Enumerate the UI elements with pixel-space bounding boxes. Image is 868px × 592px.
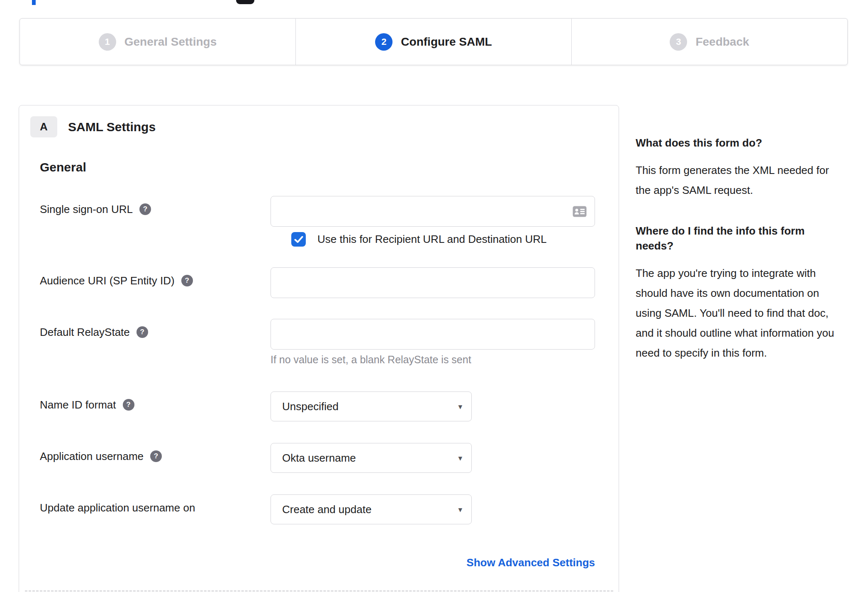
sso-url-label-wrap: Single sign-on URL ? bbox=[40, 196, 271, 216]
sidebar-body-what: This form generates the XML needed for t… bbox=[636, 160, 845, 200]
wizard-stepper: 1 General Settings 2 Configure SAML 3 Fe… bbox=[20, 18, 848, 65]
step-general-settings[interactable]: 1 General Settings bbox=[20, 19, 295, 65]
checkmark-icon bbox=[294, 236, 303, 243]
relaystate-hint: If no value is set, a blank RelayState i… bbox=[271, 354, 471, 366]
step-feedback[interactable]: 3 Feedback bbox=[571, 19, 847, 65]
step-2-number: 2 bbox=[381, 37, 386, 47]
step-3-number: 3 bbox=[676, 37, 681, 47]
panel-header: A SAML Settings bbox=[30, 116, 156, 137]
caret-down-icon: ▾ bbox=[458, 506, 462, 514]
relaystate-label: Default RelayState bbox=[40, 325, 130, 339]
update-username-row: Update application username on Create an… bbox=[40, 494, 472, 524]
sso-url-row: Single sign-on URL ? bbox=[40, 196, 595, 227]
help-sidebar: What does this form do? This form genera… bbox=[636, 135, 845, 386]
application-username-label-wrap: Application username ? bbox=[40, 443, 271, 463]
caret-down-icon: ▾ bbox=[458, 454, 462, 462]
help-icon[interactable]: ? bbox=[139, 203, 151, 215]
relaystate-label-wrap: Default RelayState ? bbox=[40, 319, 271, 339]
caret-down-icon: ▾ bbox=[458, 403, 462, 411]
contact-card-icon[interactable] bbox=[573, 206, 587, 217]
name-id-format-select[interactable]: Unspecified ▾ bbox=[271, 391, 472, 421]
application-username-row: Application username ? Okta username ▾ bbox=[40, 443, 472, 473]
step-3-label: Feedback bbox=[695, 35, 749, 49]
section-divider bbox=[25, 590, 613, 592]
recipient-url-checkbox-row: Use this for Recipient URL and Destinati… bbox=[291, 232, 547, 247]
general-group-heading: General bbox=[40, 160, 86, 174]
step-1-circle: 1 bbox=[99, 33, 116, 51]
recipient-url-checkbox-label: Use this for Recipient URL and Destinati… bbox=[317, 233, 547, 246]
step-2-label: Configure SAML bbox=[401, 35, 492, 49]
name-id-format-row: Name ID format ? Unspecified ▾ bbox=[40, 391, 472, 421]
update-username-label-wrap: Update application username on bbox=[40, 494, 271, 515]
sidebar-body-where: The app you're trying to integrate with … bbox=[636, 263, 845, 363]
step-3-circle: 3 bbox=[670, 33, 687, 51]
step-2-circle: 2 bbox=[375, 33, 393, 51]
audience-uri-input[interactable] bbox=[271, 267, 595, 298]
application-username-value: Okta username bbox=[282, 452, 356, 465]
update-username-label: Update application username on bbox=[40, 501, 195, 515]
update-username-value: Create and update bbox=[282, 503, 371, 516]
saml-settings-panel: A SAML Settings General Single sign-on U… bbox=[19, 105, 619, 592]
relaystate-row: Default RelayState ? bbox=[40, 319, 595, 350]
cropped-header-element bbox=[32, 0, 36, 5]
help-icon[interactable]: ? bbox=[181, 275, 193, 286]
update-username-select[interactable]: Create and update ▾ bbox=[271, 494, 472, 524]
help-icon[interactable]: ? bbox=[150, 450, 162, 462]
step-configure-saml[interactable]: 2 Configure SAML bbox=[295, 19, 571, 65]
step-1-number: 1 bbox=[105, 37, 110, 47]
application-username-select[interactable]: Okta username ▾ bbox=[271, 443, 472, 473]
audience-uri-label-wrap: Audience URI (SP Entity ID) ? bbox=[40, 267, 271, 288]
section-title: SAML Settings bbox=[68, 120, 156, 134]
relaystate-input-wrap bbox=[271, 319, 595, 350]
name-id-format-value: Unspecified bbox=[282, 400, 339, 413]
step-1-label: General Settings bbox=[124, 35, 217, 49]
help-icon[interactable]: ? bbox=[137, 326, 148, 338]
sidebar-heading-what: What does this form do? bbox=[636, 135, 845, 150]
name-id-format-label-wrap: Name ID format ? bbox=[40, 391, 271, 412]
show-advanced-settings-link[interactable]: Show Advanced Settings bbox=[271, 556, 595, 569]
relaystate-input[interactable] bbox=[271, 319, 595, 350]
cropped-app-logo bbox=[236, 0, 254, 4]
help-icon[interactable]: ? bbox=[123, 399, 134, 411]
audience-uri-label: Audience URI (SP Entity ID) bbox=[40, 274, 175, 288]
application-username-label: Application username bbox=[40, 449, 144, 463]
sso-url-input-wrap bbox=[271, 196, 595, 227]
sso-url-label: Single sign-on URL bbox=[40, 202, 133, 216]
sidebar-heading-where: Where do I find the info this form needs… bbox=[636, 223, 845, 253]
audience-uri-row: Audience URI (SP Entity ID) ? bbox=[40, 267, 595, 298]
sso-url-input[interactable] bbox=[271, 196, 595, 227]
section-badge: A bbox=[30, 116, 57, 137]
configure-saml-page: 1 General Settings 2 Configure SAML 3 Fe… bbox=[0, 0, 868, 592]
name-id-format-label: Name ID format bbox=[40, 398, 116, 412]
recipient-url-checkbox[interactable] bbox=[291, 232, 306, 247]
audience-uri-input-wrap bbox=[271, 267, 595, 298]
